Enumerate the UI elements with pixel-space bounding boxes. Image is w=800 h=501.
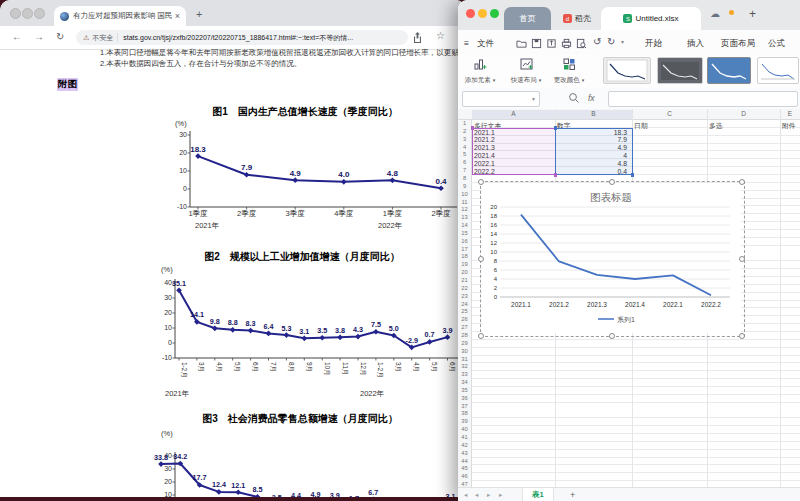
row-number[interactable]: 12 [458, 206, 471, 212]
row-number[interactable]: 43 [458, 450, 471, 456]
minimize-window-button[interactable] [478, 9, 487, 18]
browser-active-tab[interactable]: 有力应对超预期因素影响 国民经… × [54, 6, 186, 26]
close-window-button[interactable] [466, 9, 475, 18]
magnifier-icon[interactable] [568, 92, 580, 104]
row-number[interactable]: 8 [458, 175, 471, 181]
row-number[interactable]: 16 [458, 238, 471, 244]
print-preview-icon[interactable] [576, 38, 587, 49]
row-number[interactable]: 15 [458, 230, 471, 236]
row-number[interactable]: 11 [458, 199, 471, 205]
row-number[interactable]: 22 [458, 285, 471, 291]
cloud-sync-icon[interactable]: ☁ [710, 8, 720, 19]
back-icon[interactable]: ← [12, 31, 22, 42]
chart-style-2[interactable] [657, 57, 703, 84]
add-sheet-button[interactable]: + [570, 490, 575, 500]
column-letter-C[interactable]: C [632, 110, 707, 117]
chart-resize-handle[interactable] [739, 179, 745, 185]
row-number[interactable]: 34 [458, 379, 471, 385]
open-folder-icon[interactable] [516, 38, 527, 49]
reload-icon[interactable]: ↻ [56, 31, 64, 42]
menu-page-layout[interactable]: 页面布局 [721, 38, 755, 50]
chevron-down-icon[interactable]: ▾ [621, 38, 624, 45]
column-letter-D[interactable]: D [707, 110, 780, 117]
row-number[interactable]: 19 [458, 261, 471, 267]
category-range-highlight[interactable] [472, 128, 556, 175]
chevron-down-icon[interactable]: ▼ [531, 96, 536, 102]
row-number[interactable]: 21 [458, 277, 471, 283]
row-number[interactable]: 46 [458, 473, 471, 479]
row-number[interactable]: 4 [458, 144, 471, 150]
row-number[interactable]: 42 [458, 442, 471, 448]
row-number[interactable]: 23 [458, 293, 471, 299]
row-number[interactable]: 24 [458, 301, 471, 307]
last-sheet-icon[interactable]: ▸ [499, 491, 502, 499]
field-header-cell[interactable]: 附件 [782, 121, 796, 131]
row-number[interactable]: 33 [458, 371, 471, 377]
tab-close-icon[interactable]: × [175, 11, 180, 21]
range-handle[interactable] [631, 173, 635, 177]
row-number[interactable]: 38 [458, 410, 471, 416]
formula-input[interactable] [608, 91, 798, 107]
wps-docer-tab[interactable]: d 稻壳 [556, 7, 598, 30]
chart-resize-handle[interactable] [739, 333, 745, 339]
next-sheet-icon[interactable]: ▸ [487, 491, 490, 499]
row-number[interactable]: 14 [458, 222, 471, 228]
menu-start[interactable]: 开始 [645, 38, 662, 50]
fx-icon[interactable]: fx [588, 93, 595, 103]
sheet-tab-active[interactable]: 表1 [522, 488, 554, 501]
save-icon[interactable] [531, 38, 542, 49]
chart-resize-handle[interactable] [609, 333, 615, 339]
range-handle[interactable] [471, 126, 475, 130]
row-number[interactable]: 40 [458, 426, 471, 432]
wps-home-tab[interactable]: 首页 [504, 7, 551, 30]
chart-resize-handle[interactable] [478, 179, 484, 185]
first-sheet-icon[interactable]: ◂ [464, 491, 467, 499]
wps-document-tab[interactable]: S Untitled.xlsx [601, 7, 701, 30]
row-number[interactable]: 45 [458, 465, 471, 471]
new-tab-button[interactable]: + [196, 8, 202, 20]
print-icon[interactable] [561, 38, 572, 49]
forward-icon[interactable]: → [34, 31, 44, 42]
row-number[interactable]: 2 [458, 128, 471, 134]
row-number[interactable]: 44 [458, 458, 471, 464]
range-handle[interactable] [554, 173, 558, 177]
field-header-cell[interactable]: 日期 [634, 121, 648, 131]
embedded-chart-object[interactable]: 图表标题201816141210864202021.12021.22021.32… [480, 181, 745, 337]
chart-resize-handle[interactable] [478, 256, 484, 262]
chart-resize-handle[interactable] [609, 179, 615, 185]
redo-icon[interactable]: ↻ [607, 36, 615, 47]
row-number[interactable]: 32 [458, 363, 471, 369]
hamburger-menu-icon[interactable]: ≡ [464, 38, 469, 48]
column-letter-A[interactable]: A [472, 110, 555, 119]
address-bar[interactable]: ⚠ 不安全 stats.gov.cn/tjsj/zxfb/202207/t202… [76, 30, 408, 45]
name-box[interactable]: ▼ [462, 91, 540, 107]
file-menu[interactable]: 文件 [477, 38, 494, 50]
menu-formulas[interactable]: 公式 [768, 38, 785, 50]
menu-insert[interactable]: 插入 [687, 38, 704, 50]
column-letter-B[interactable]: B [555, 110, 632, 119]
share-icon[interactable] [412, 31, 423, 44]
column-letter-E[interactable]: E [780, 110, 800, 117]
row-number[interactable]: 1 [458, 120, 471, 126]
row-number[interactable]: 13 [458, 214, 471, 220]
wps-new-tab-button[interactable]: + [749, 7, 756, 21]
zoom-window-button[interactable] [490, 9, 499, 18]
row-number[interactable]: 25 [458, 308, 471, 314]
chart-style-3-selected[interactable] [707, 57, 751, 84]
row-number[interactable]: 28 [458, 332, 471, 338]
minimize-window-button[interactable] [22, 8, 33, 19]
export-icon[interactable] [546, 38, 557, 49]
row-number[interactable]: 35 [458, 387, 471, 393]
row-number[interactable]: 5 [458, 151, 471, 157]
row-number[interactable]: 3 [458, 136, 471, 142]
chart-style-1[interactable] [603, 57, 651, 84]
value-range-highlight[interactable] [555, 128, 633, 175]
zoom-window-button[interactable] [34, 8, 45, 19]
row-number[interactable]: 39 [458, 418, 471, 424]
row-number[interactable]: 30 [458, 348, 471, 354]
close-window-button[interactable] [10, 8, 21, 19]
row-number[interactable]: 36 [458, 395, 471, 401]
add-element-button[interactable]: 添加元素 ▾ [458, 57, 502, 85]
range-handle[interactable] [554, 126, 558, 130]
row-number[interactable]: 31 [458, 356, 471, 362]
